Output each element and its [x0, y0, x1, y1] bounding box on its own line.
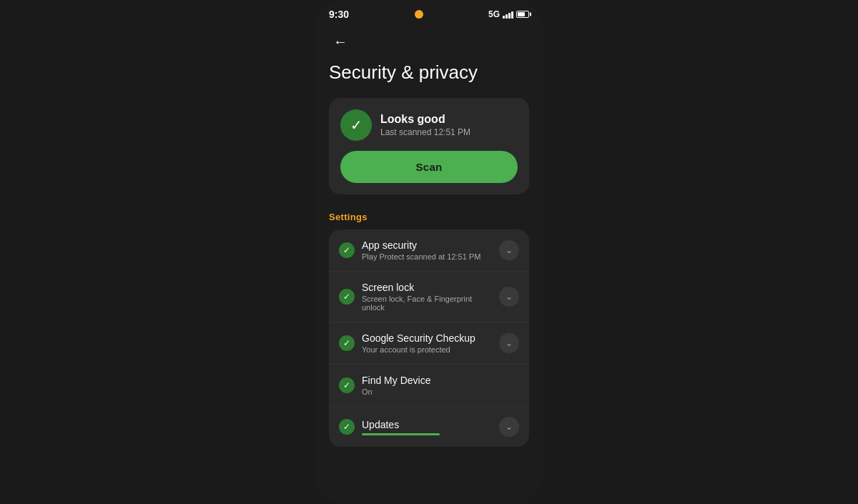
item-subtitle-app-security: Play Protect scanned at 12:51 PM	[362, 252, 492, 261]
battery-icon	[516, 11, 529, 18]
check-icon-security-checkup: ✓	[339, 335, 355, 351]
check-icon-updates: ✓	[339, 419, 355, 435]
chevron-icon-screen-lock: ⌄	[499, 287, 519, 307]
settings-label: Settings	[329, 212, 529, 222]
item-title-updates: Updates	[362, 419, 492, 430]
camera-indicator	[415, 10, 423, 19]
shield-icon: ✓	[340, 109, 372, 141]
item-text-find-my-device: Find My Device On	[362, 375, 519, 396]
phone-frame: 9:30 5G ← Security & privacy ✓	[315, 0, 543, 504]
item-text-updates: Updates	[362, 419, 492, 435]
back-button[interactable]: ←	[329, 30, 352, 53]
signal-icon	[503, 10, 513, 19]
item-subtitle-screen-lock: Screen lock, Face & Fingerprint unlock	[362, 295, 492, 312]
item-text-security-checkup: Google Security Checkup Your account is …	[362, 332, 492, 354]
status-sub-text: Last scanned 12:51 PM	[380, 127, 470, 137]
item-subtitle-security-checkup: Your account is protected	[362, 345, 492, 354]
settings-list: ✓ App security Play Protect scanned at 1…	[329, 229, 529, 447]
status-time: 9:30	[329, 9, 349, 20]
status-indicators: 5G	[488, 9, 529, 19]
settings-item-security-checkup[interactable]: ✓ Google Security Checkup Your account i…	[329, 322, 529, 365]
network-label: 5G	[488, 9, 500, 19]
scroll-content: Security & privacy ✓ Looks good Last sca…	[315, 56, 543, 504]
item-text-app-security: App security Play Protect scanned at 12:…	[362, 239, 492, 261]
updates-progress-bar	[362, 433, 440, 435]
back-nav: ←	[315, 24, 543, 56]
item-title-find-my-device: Find My Device	[362, 375, 519, 386]
settings-item-app-security[interactable]: ✓ App security Play Protect scanned at 1…	[329, 229, 529, 272]
chevron-icon-updates: ⌄	[499, 417, 519, 437]
check-icon-app-security: ✓	[339, 242, 355, 258]
item-title-security-checkup: Google Security Checkup	[362, 332, 492, 344]
status-bar: 9:30 5G	[315, 0, 543, 24]
chevron-icon-security-checkup: ⌄	[499, 333, 519, 353]
status-main-text: Looks good	[380, 113, 470, 126]
status-card: ✓ Looks good Last scanned 12:51 PM Scan	[329, 98, 529, 194]
item-title-app-security: App security	[362, 239, 492, 251]
settings-item-updates[interactable]: ✓ Updates ⌄	[329, 407, 529, 447]
scan-button[interactable]: Scan	[340, 151, 518, 183]
status-text-group: Looks good Last scanned 12:51 PM	[380, 113, 470, 137]
page-title: Security & privacy	[329, 61, 529, 84]
settings-item-screen-lock[interactable]: ✓ Screen lock Screen lock, Face & Finger…	[329, 272, 529, 322]
chevron-icon-app-security: ⌄	[499, 240, 519, 260]
check-icon: ✓	[350, 117, 363, 134]
check-icon-screen-lock: ✓	[339, 289, 355, 305]
check-icon-find-my-device: ✓	[339, 377, 355, 393]
item-subtitle-find-my-device: On	[362, 387, 519, 396]
status-row: ✓ Looks good Last scanned 12:51 PM	[340, 109, 518, 141]
settings-item-find-my-device[interactable]: ✓ Find My Device On	[329, 365, 529, 407]
item-title-screen-lock: Screen lock	[362, 282, 492, 293]
item-text-screen-lock: Screen lock Screen lock, Face & Fingerpr…	[362, 282, 492, 312]
